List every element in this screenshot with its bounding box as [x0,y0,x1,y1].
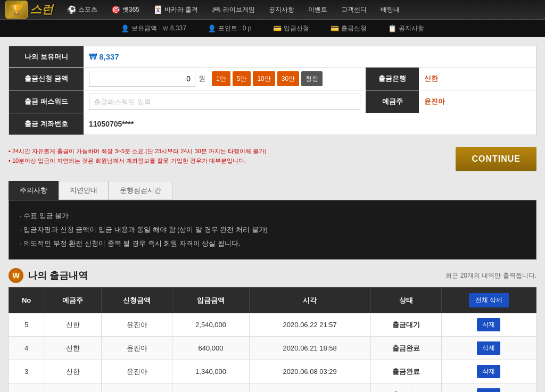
bank-value: 신한 [419,68,536,90]
table-row: 3 신한 윤진아 1,340,000 2020.06.08 03:29 출금완료… [9,360,536,383]
notice-line2: • 10분이상 입금이 지연되는 것은 회원님께서 계좌정보를 잘못 기입한 경… [9,156,267,166]
account-holder-value: 윤진아 [419,90,536,113]
cell-action: 삭제 [441,313,536,337]
account-label: 출금 계좌번호 [9,113,84,135]
logo-icon: 🏆 [5,1,28,19]
tabs-header: 주의사항 지연안내 운행점검시간 [9,181,536,200]
logo-text: 스런 [30,2,53,18]
bank-label: 출금은행 [366,68,419,90]
continue-button[interactable]: CONTINUE [456,147,536,171]
cell-holder: 윤진아 [102,383,172,393]
cell-action: 삭제 [441,383,536,393]
amount-row: 출금신청 금액 원 1만 5만 10만 30만 청정 출금은행 신한 [9,68,536,90]
col-action: 전체 삭제 [441,288,536,313]
col-amount: 신청금액 [102,288,172,313]
cell-no: 3 [9,360,44,383]
baccarat-icon: 🃏 [153,5,162,14]
tab-delay[interactable]: 지연안내 [59,181,109,200]
nav-sports[interactable]: ⚽ 스포츠 [62,3,103,16]
password-input-cell [84,90,366,113]
cell-bank: 신한 [44,337,102,360]
delete-button[interactable]: 삭제 [477,365,500,378]
nav-bet365[interactable]: 🎯 벳365 [106,3,145,16]
sports-icon: ⚽ [67,5,76,14]
delete-button[interactable]: 삭제 [477,388,500,392]
delete-all-button[interactable]: 전체 삭제 [469,293,509,307]
cell-no: 4 [9,337,44,360]
nav-notice[interactable]: 공지사항 [263,3,300,16]
history-note: 최근 20개의 내역만 출력됩니다. [445,271,536,280]
subnav-withdraw[interactable]: 💳 출금신청 [331,24,367,33]
sub-navigation: 👤 보유금액 : ₩ 8,337 👤 포인트 : 0 p 💳 입금신청 💳 출금… [0,20,545,37]
tab-notes[interactable]: 주의사항 [9,181,59,200]
withdraw-label: 출금신청 금액 [9,68,84,90]
quick-btn-1man[interactable]: 1만 [212,71,230,86]
cell-amount: 1,340,000 [172,360,249,383]
account-number-cell: 11050705**** [84,113,536,135]
delete-button[interactable]: 삭제 [477,341,500,355]
nav-event[interactable]: 이벤트 [303,3,333,16]
unit-label: 원 [199,74,205,84]
tab-bankhours[interactable]: 운행점검시간 [109,181,172,200]
subnav-balance: 👤 보유금액 : ₩ 8,337 [121,24,186,33]
col-no: No [9,288,44,313]
quick-btn-30man[interactable]: 30만 [277,71,299,86]
tab-content-line2: · 입금자명과 신청 금액이 입금 내용과 동일 해야 함 (상이 알 경우 완… [20,223,525,237]
balance-row: 나의 보유머니 ₩ 8,337 [9,46,536,68]
password-row: 출금 패스워드 예금주 윤진아 [9,90,536,113]
cell-status: 출금완료 [370,337,441,360]
quick-btn-10man[interactable]: 10만 [253,71,275,86]
cell-status: 출금완료 [370,383,441,393]
table-row: 5 신한 윤진아 2,540,000 2020.06.22 21:57 출금대기… [9,313,536,337]
nav-betting[interactable]: 배팅내 [375,3,405,16]
logo-area: 🏆 스런 [5,1,53,19]
notice-line1: • 24시간 자유롭게 출금이 가능하며 최장 3~5분 소요.(단 23시부터… [9,147,267,156]
cell-bank: 신한 [44,360,102,383]
amount-input-cell: 원 1만 5만 10만 30만 청정 [84,68,366,90]
deposit-icon: 💳 [273,24,282,32]
cell-holder: 윤진아 [102,313,172,337]
notice-text: • 24시간 자유롭게 출금이 가능하며 최장 3~5분 소요.(단 23시부터… [9,147,267,165]
balance-amount: ₩ 8,337 [89,52,119,62]
delete-button[interactable]: 삭제 [477,318,500,331]
bank-info: 출금은행 신한 [366,68,536,90]
password-label: 출금 패스워드 [9,90,84,113]
cell-action: 삭제 [441,360,536,383]
balance-value-cell: ₩ 8,337 [84,46,536,67]
cell-amount: 640,000 [172,337,249,360]
withdrawal-form: 나의 보유머니 ₩ 8,337 출금신청 금액 원 1만 5만 10만 30만 … [9,46,536,135]
cell-no: 2 [9,383,44,393]
balance-icon: 👤 [121,24,129,32]
cell-bank: 신한 [44,313,102,337]
nav-cs[interactable]: 고객센디 [336,3,372,16]
password-input[interactable] [89,94,360,110]
nav-baccarat[interactable]: 🃏 바카라 출격 [148,3,203,16]
subnav-deposit[interactable]: 💳 입금신청 [273,24,309,33]
quick-btn-5man[interactable]: 5만 [233,71,251,86]
account-holder-info: 예금주 윤진아 [366,90,536,113]
subnav-points: 👤 포인트 : 0 p [208,24,252,33]
table-row: 4 신한 윤진아 640,000 2020.06.21 18:58 출금완료 삭… [9,337,536,360]
subnav-announce[interactable]: 📋 공지사항 [388,24,424,33]
cell-bank: 신한 [44,383,102,393]
table-header-row: No 예금주 신청금액 입금금액 시각 상태 전체 삭제 [9,288,536,313]
balance-label: 나의 보유머니 [9,46,84,67]
history-table: No 예금주 신청금액 입금금액 시각 상태 전체 삭제 5 신한 윤진아 2,… [9,287,536,392]
bet365-icon: 🎯 [111,5,120,14]
tabs-container: 주의사항 지연안내 운행점검시간 · 수표 입금 불가 · 입금자명과 신청 금… [9,181,536,260]
cell-status: 출금대기 [370,313,441,337]
cell-time: 2020.06.21 18:58 [249,337,370,360]
account-row: 출금 계좌번호 11050705**** [9,113,536,135]
tab-content-line1: · 수표 입금 불가 [20,209,525,223]
cell-time: 2020.06.22 21:57 [249,313,370,337]
amount-input[interactable] [89,71,195,87]
cell-status: 출금완료 [370,360,441,383]
col-deposit: 입금금액 [172,288,249,313]
tab-content-notes: · 수표 입금 불가 · 입금자명과 신청 금액이 입금 내용과 동일 해야 함… [9,200,536,260]
cell-time: 2020.05.12 22:13 [249,383,370,393]
nav-livegame[interactable]: 🎮 라이브게임 [207,3,260,16]
main-content: 나의 보유머니 ₩ 8,337 출금신청 금액 원 1만 5만 10만 30만 … [0,37,545,392]
quick-btn-reset[interactable]: 청정 [301,71,323,86]
cell-holder: 윤진아 [102,360,172,383]
account-number: 11050705**** [89,120,134,128]
